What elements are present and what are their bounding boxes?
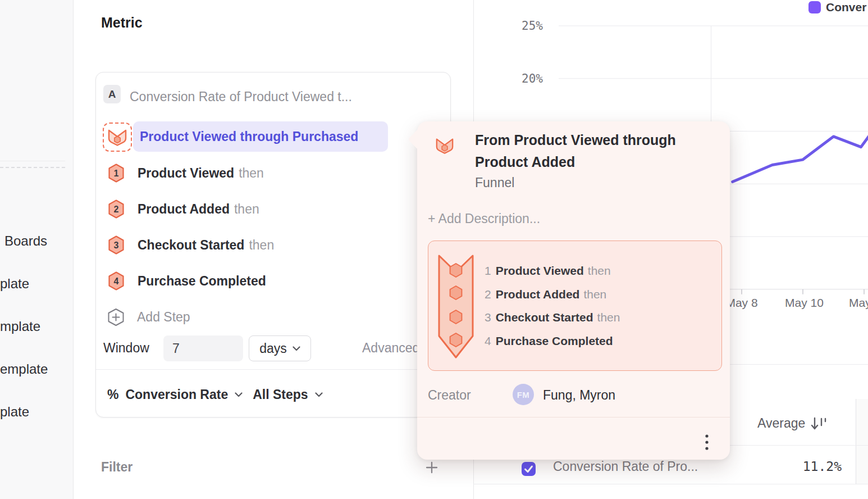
metric-card: A Conversion Rate of Product Viewed t...… [95, 72, 451, 418]
series-checkbox[interactable] [522, 462, 536, 476]
popover-subtitle: Funnel [475, 175, 514, 190]
checkmark-icon [522, 462, 536, 476]
add-filter-button[interactable] [424, 460, 439, 475]
funnel-step-1[interactable]: 1 Product Viewedthen [108, 164, 439, 183]
percent-icon: % [107, 387, 118, 402]
creator-name: Fung, Myron [543, 388, 615, 403]
step-1-name: Product Viewed [138, 166, 234, 180]
step-1-suffix: then [239, 166, 264, 180]
sidebar-item-template-1[interactable]: plate [0, 276, 29, 292]
sidebar-item-boards[interactable]: Boards [4, 233, 47, 249]
popover-step-3: 3Checkout Startedthen [485, 306, 620, 329]
svg-text:3: 3 [114, 241, 119, 250]
legend-label: Conver [826, 1, 866, 14]
svg-text:1: 1 [114, 169, 119, 178]
left-sidebar [0, 0, 74, 499]
popover-footer-divider [417, 417, 730, 418]
window-label: Window [103, 341, 149, 356]
funnel-step-3[interactable]: 3 Checkout Startedthen [108, 235, 439, 255]
popover-steps-list: 1Product Viewedthen 2Product Addedthen 3… [485, 259, 620, 352]
popover-step-1: 1Product Viewedthen [485, 259, 620, 283]
column-separator [856, 399, 856, 484]
svg-text:4: 4 [114, 276, 119, 286]
sidebar-item-template-3[interactable]: emplate [0, 361, 48, 377]
window-unit-value: days [259, 341, 287, 356]
steps-scope-select[interactable]: All Steps [253, 387, 308, 402]
funnel-icon [435, 136, 454, 155]
y-axis-tick-25: 25% [509, 19, 543, 33]
chevron-down-icon[interactable] [235, 392, 243, 397]
popover-step-4: 4Purchase Completed [485, 329, 620, 353]
table-row-label[interactable]: Conversion Rate of Pro... [553, 459, 698, 474]
sort-descending-icon[interactable] [810, 416, 828, 431]
selected-funnel-metric[interactable]: Product Viewed through Purchased [133, 121, 388, 152]
step-2-name: Product Added [138, 202, 230, 216]
card-divider [96, 369, 450, 370]
advanced-link[interactable]: Advanced [362, 341, 419, 356]
funnel-details-popover: From Product Viewed through Product Adde… [417, 121, 730, 460]
popover-title: From Product Viewed through Product Adde… [475, 129, 676, 173]
table-row-divider [473, 484, 868, 484]
app-screen: Boards plate mplate emplate plate 25% 20… [0, 0, 868, 499]
window-value-input[interactable]: 7 [163, 335, 243, 361]
more-options-kebab-icon[interactable] [703, 432, 711, 456]
measure-row: % Conversion Rate All Steps [107, 385, 323, 404]
sidebar-item-template-4[interactable]: plate [0, 404, 29, 420]
step-3-badge: 3 [108, 235, 125, 255]
step-2-suffix: then [234, 202, 259, 216]
svg-text:2: 2 [114, 205, 119, 214]
funnel-icon-dropzone[interactable] [103, 123, 132, 152]
add-description-link[interactable]: + Add Description... [428, 211, 540, 226]
funnel-step-4[interactable]: 4 Purchase Completed [108, 271, 439, 291]
funnel-banner-icon [437, 253, 474, 360]
chevron-down-icon[interactable] [315, 392, 323, 397]
step-1-badge: 1 [108, 164, 125, 183]
sidebar-divider [0, 161, 65, 161]
x-axis-tick-may12: May 12 [849, 296, 868, 310]
y-axis-tick-20: 20% [509, 72, 543, 85]
funnel-steps-card: 1Product Viewedthen 2Product Addedthen 3… [428, 241, 722, 371]
step-3-suffix: then [249, 238, 274, 252]
series-a-title[interactable]: Conversion Rate of Product Viewed t... [130, 89, 352, 105]
x-axis-tick-may8: May 8 [725, 296, 759, 310]
sidebar-item-template-2[interactable]: mplate [0, 319, 40, 334]
average-column-header[interactable]: Average [757, 416, 828, 431]
step-2-badge: 2 [108, 199, 125, 219]
measure-type-select[interactable]: Conversion Rate [125, 387, 228, 402]
add-step-hexagon-icon[interactable] [107, 308, 125, 326]
creator-avatar: FM [513, 384, 534, 405]
filter-section-title: Filter [101, 460, 133, 475]
creator-label: Creator [428, 388, 471, 403]
metric-section-title: Metric [101, 15, 143, 31]
window-unit-select[interactable]: days [249, 335, 311, 361]
sidebar-dashed-divider [0, 167, 65, 168]
funnel-step-2[interactable]: 2 Product Addedthen [108, 199, 439, 219]
legend-swatch [808, 1, 821, 13]
chart-legend[interactable]: Conver [808, 1, 866, 14]
table-row-average: 11.2% [774, 459, 842, 474]
next-column-strip [856, 399, 868, 484]
step-4-name: Purchase Completed [138, 274, 266, 288]
x-axis-tick-may10: May 10 [785, 296, 821, 310]
funnel-icon [107, 127, 127, 147]
series-a-badge: A [103, 85, 121, 103]
chevron-down-icon [293, 346, 300, 351]
step-3-name: Checkout Started [138, 238, 244, 252]
popover-step-2: 2Product Addedthen [485, 283, 620, 306]
step-4-badge: 4 [108, 271, 125, 291]
average-header-label: Average [757, 416, 805, 431]
add-step-button[interactable]: Add Step [137, 309, 190, 326]
